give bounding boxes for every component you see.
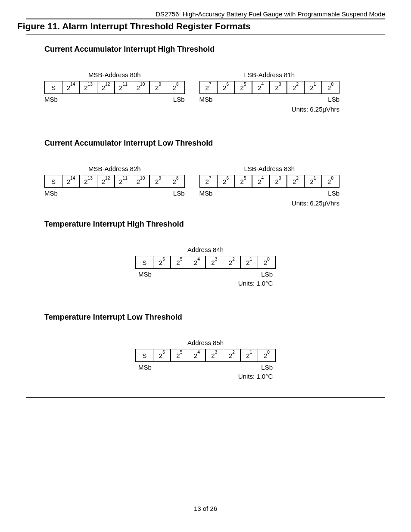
- bit-labels: MSb LSb: [44, 190, 185, 197]
- msb-label: MSb: [44, 96, 58, 103]
- bit-cell: 211: [114, 81, 132, 94]
- bit-cell: 21: [304, 81, 322, 94]
- bit-labels: MSb LSb: [44, 96, 185, 103]
- register-double: MSB-Address 82h S2142132122112102928 MSb…: [44, 165, 367, 207]
- bit-cell: 214: [62, 175, 80, 188]
- bit-cell: 20: [258, 349, 276, 362]
- address-label: Address 85h: [187, 339, 224, 346]
- lsb-label: LSb: [261, 364, 273, 371]
- msb-byte: MSB-Address 80h S2142132122112102928 MSb…: [44, 71, 185, 113]
- msb-byte: MSB-Address 82h S2142132122112102928 MSb…: [44, 165, 185, 207]
- bit-cell: 25: [234, 81, 252, 94]
- bit-cell: 27: [199, 81, 218, 94]
- lsb-label: LSb: [173, 190, 185, 197]
- bit-cell: S: [44, 81, 62, 94]
- bit-cell: 24: [252, 81, 270, 94]
- page-header: DS2756: High-Accuracy Battery Fuel Gauge…: [26, 10, 385, 18]
- units-label: Units: 1.0°C: [138, 373, 273, 380]
- bit-row: S2142132122112102928: [44, 175, 185, 188]
- bit-row: 2726252423222120: [199, 81, 340, 94]
- bit-cell: 23: [269, 175, 287, 188]
- bit-cell: 24: [188, 256, 206, 269]
- bit-cell: 210: [132, 81, 150, 94]
- bit-cell: 26: [217, 175, 235, 188]
- msb-label: MSb: [138, 271, 152, 278]
- bit-cell: 25: [234, 175, 252, 188]
- figure-box: Current Accumulator Interrupt High Thres…: [26, 34, 385, 398]
- bit-cell: 26: [153, 256, 171, 269]
- section-title: Temperature Interrupt High Threshold: [44, 220, 367, 229]
- section-title: Temperature Interrupt Low Threshold: [44, 313, 367, 322]
- figure-title: Figure 11. Alarm Interrupt Threshold Reg…: [17, 21, 385, 31]
- bit-row: 2726252423222120: [199, 175, 340, 188]
- bit-cell: 28: [167, 81, 185, 94]
- msb-label: MSb: [44, 190, 58, 197]
- register-double: MSB-Address 80h S2142132122112102928 MSb…: [44, 71, 367, 113]
- bit-cell: 21: [240, 256, 258, 269]
- units-label: Units: 6.25µVhrs: [292, 199, 339, 207]
- bit-cell: 213: [79, 81, 97, 94]
- bit-cell: 24: [252, 175, 270, 188]
- msb-label: MSb: [199, 190, 213, 197]
- lsb-label: LSb: [261, 271, 273, 278]
- bit-cell: 212: [97, 81, 115, 94]
- address-label: MSB-Address 80h: [88, 71, 141, 78]
- msb-label: MSb: [199, 96, 213, 103]
- bit-cell: S: [44, 175, 62, 188]
- units-label: Units: 6.25µVhrs: [292, 106, 339, 113]
- address-label: Address 84h: [187, 246, 224, 253]
- bit-row: S26252423222120: [135, 256, 276, 269]
- bit-cell: 20: [258, 256, 276, 269]
- header-rule: [26, 19, 385, 19]
- section-title: Current Accumulator Interrupt High Thres…: [44, 45, 367, 54]
- bit-cell: 27: [199, 175, 218, 188]
- bit-cell: 25: [170, 349, 188, 362]
- bit-cell: 29: [149, 81, 167, 94]
- bit-cell: 21: [240, 349, 258, 362]
- bit-cell: 214: [62, 81, 80, 94]
- page-number: 13 of 26: [0, 505, 411, 512]
- lsb-label: LSb: [328, 96, 339, 103]
- units-label: Units: 1.0°C: [138, 280, 273, 287]
- bit-cell: 25: [170, 256, 188, 269]
- bit-cell: 212: [97, 175, 115, 188]
- register-single: Address 84h S26252423222120 MSb LSb Unit…: [44, 246, 367, 287]
- bit-labels: MSb LSb: [199, 190, 340, 197]
- bit-labels: MSb LSb: [138, 271, 273, 278]
- bit-cell: 26: [217, 81, 235, 94]
- bit-cell: S: [135, 256, 153, 269]
- address-label: MSB-Address 82h: [88, 165, 141, 172]
- section-title: Current Accumulator Interrupt Low Thresh…: [44, 139, 367, 148]
- bit-cell: 210: [132, 175, 150, 188]
- bit-labels: MSb LSb: [138, 364, 273, 371]
- lsb-label: LSb: [328, 190, 339, 197]
- msb-label: MSb: [138, 364, 152, 371]
- bit-cell: 22: [286, 175, 305, 188]
- bit-cell: 28: [167, 175, 185, 188]
- bit-cell: 20: [321, 175, 339, 188]
- bit-cell: 213: [79, 175, 97, 188]
- page: DS2756: High-Accuracy Battery Fuel Gauge…: [0, 0, 411, 532]
- bit-cell: 22: [286, 81, 305, 94]
- lsb-byte: LSB-Address 81h 2726252423222120 MSb LSb…: [199, 71, 340, 113]
- bit-cell: S: [135, 349, 153, 362]
- address-label: LSB-Address 81h: [244, 71, 295, 78]
- bit-cell: 29: [149, 175, 167, 188]
- bit-cell: 211: [114, 175, 132, 188]
- bit-cell: 22: [223, 349, 241, 362]
- address-label: LSB-Address 83h: [244, 165, 295, 172]
- bit-cell: 20: [321, 81, 339, 94]
- bit-cell: 22: [223, 256, 241, 269]
- bit-cell: 23: [205, 256, 223, 269]
- bit-cell: 23: [205, 349, 223, 362]
- register-single: Address 85h S26252423222120 MSb LSb Unit…: [44, 339, 367, 380]
- bit-cell: 24: [188, 349, 206, 362]
- bit-labels: MSb LSb: [199, 96, 340, 103]
- bit-row: S26252423222120: [135, 349, 276, 362]
- bit-cell: 21: [304, 175, 322, 188]
- bit-row: S2142132122112102928: [44, 81, 185, 94]
- bit-cell: 26: [153, 349, 171, 362]
- bit-cell: 23: [269, 81, 287, 94]
- lsb-byte: LSB-Address 83h 2726252423222120 MSb LSb…: [199, 165, 340, 207]
- lsb-label: LSb: [173, 96, 185, 103]
